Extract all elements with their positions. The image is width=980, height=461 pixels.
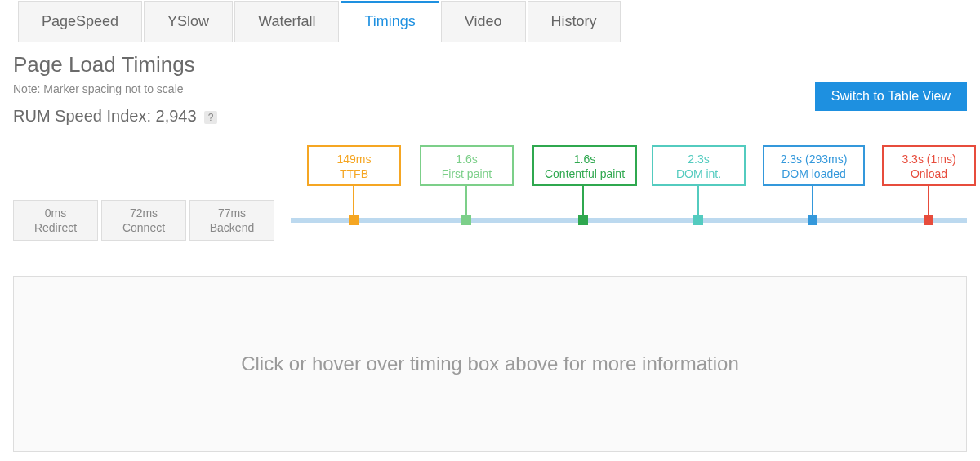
- tab-pagespeed[interactable]: PageSpeed: [18, 1, 142, 42]
- tab-history[interactable]: History: [528, 1, 621, 42]
- timing-connector: [928, 186, 929, 215]
- timing-first-paint[interactable]: 1.6sFirst paint: [420, 145, 514, 186]
- pre-timing-boxes: 0msRedirect72msConnect77msBackend: [13, 200, 274, 241]
- tab-timings[interactable]: Timings: [341, 1, 439, 42]
- info-box-text: Click or hover over timing box above for…: [241, 352, 739, 375]
- page-title: Page Load Timings: [13, 52, 967, 78]
- timing-marker: [808, 215, 817, 225]
- switch-to-table-button[interactable]: Switch to Table View: [815, 82, 967, 111]
- timing-onload[interactable]: 3.3s (1ms)Onload: [882, 145, 976, 186]
- timing-connector: [812, 186, 813, 215]
- timing-connector: [697, 186, 699, 215]
- pre-timing-backend[interactable]: 77msBackend: [189, 200, 274, 241]
- pre-timing-connect[interactable]: 72msConnect: [101, 200, 186, 241]
- timing-marker: [924, 215, 933, 225]
- tab-yslow[interactable]: YSlow: [144, 1, 233, 42]
- timing-contentful-paint[interactable]: 1.6sContentful paint: [532, 145, 637, 186]
- timeline-bar: [291, 218, 967, 223]
- timing-marker: [349, 215, 359, 225]
- timing-marker: [578, 215, 588, 225]
- info-box: Click or hover over timing box above for…: [13, 276, 967, 452]
- pre-timing-redirect[interactable]: 0msRedirect: [13, 200, 98, 241]
- tab-waterfall[interactable]: Waterfall: [234, 1, 339, 42]
- timing-connector: [466, 186, 467, 215]
- timeline: 0msRedirect72msConnect77msBackend 149msT…: [13, 145, 967, 251]
- timing-connector: [582, 186, 584, 215]
- tabs-bar: PageSpeedYSlowWaterfallTimingsVideoHisto…: [0, 0, 980, 42]
- timing-ttfb[interactable]: 149msTTFB: [307, 145, 401, 186]
- timing-marker: [461, 215, 471, 225]
- timing-dom-int-[interactable]: 2.3sDOM int.: [652, 145, 746, 186]
- help-icon[interactable]: ?: [204, 111, 217, 124]
- timing-marker: [693, 215, 703, 225]
- timing-dom-loaded[interactable]: 2.3s (293ms)DOM loaded: [763, 145, 865, 186]
- rum-value: 2,943: [156, 107, 197, 125]
- rum-label: RUM Speed Index:: [13, 107, 151, 125]
- tab-video[interactable]: Video: [441, 1, 526, 42]
- timing-connector: [353, 186, 354, 215]
